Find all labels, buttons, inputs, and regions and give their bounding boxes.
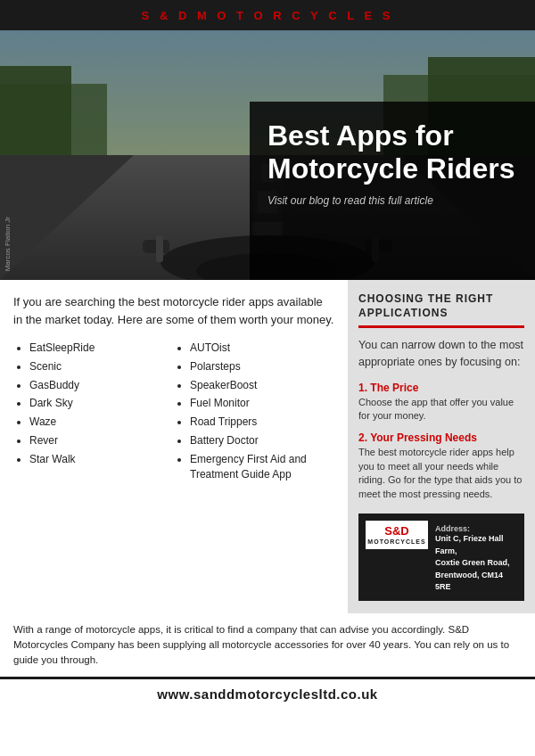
header: S & D M O T O R C Y C L E S [0,0,535,30]
criteria-2-desc: The best motorcycle rider apps help you … [358,446,524,501]
criteria-1: 1. The Price Choose the app that offer y… [358,382,524,423]
list-item: Fuel Monitor [190,396,334,411]
list-item: Dark Sky [29,396,174,411]
criteria-1-title: The Price [370,382,418,394]
list-item: Battery Doctor [190,433,334,448]
intro-paragraph: If you are searching the best motorcycle… [13,293,334,328]
hero-title: Best Apps for Motorcycle Riders [268,119,517,185]
sd-logo-brand-bottom: MOTORCYCLES [367,538,425,546]
bottom-paragraph: With a range of motorcycle apps, it is c… [0,613,535,678]
footer-url[interactable]: www.sanddmotorcyclesltd.co.uk [157,686,377,702]
apps-col-1: EatSleepRide Scenic GasBuddy Dark Sky Wa… [13,341,174,485]
list-item: Star Walk [29,452,174,467]
logo-text: Address: Unit C, Frieze Hall Farm,Coxtie… [435,521,517,594]
criteria-1-label: 1. The Price [358,382,524,394]
sd-logo-brand-top: S&D [384,524,408,538]
criteria-1-number: 1. [358,382,370,394]
hero-subtitle: Visit our blog to read this full article [268,194,517,207]
criteria-2-number: 2. [358,431,370,444]
list-item: Polarsteps [190,359,334,374]
list-item: GasBuddy [29,378,174,393]
logo-box: S&D MOTORCYCLES Address: Unit C, Frieze … [358,514,524,601]
list-item: Rever [29,433,174,448]
criteria-1-desc: Choose the app that offer you value for … [358,396,524,423]
left-column: If you are searching the best motorcycle… [0,280,348,613]
header-title: S & D M O T O R C Y C L E S [142,9,394,22]
list-item: Emergency First Aid and Treatment Guide … [190,452,334,482]
right-panel-intro: You can narrow down to the most appropri… [358,337,524,371]
criteria-2-label: 2. Your Pressing Needs [358,431,524,444]
hero-section: Marcos Flation Jr Best Apps for Motorcyc… [0,30,535,280]
apps-list-1: EatSleepRide Scenic GasBuddy Dark Sky Wa… [13,341,174,467]
criteria-2: 2. Your Pressing Needs The best motorcyc… [358,431,524,501]
criteria-2-title: Your Pressing Needs [370,431,477,444]
address-label: Address: [435,524,517,533]
photo-credit: Marcos Flation Jr [4,217,12,271]
apps-list-2: AUTOist Polarsteps SpeakerBoost Fuel Mon… [174,341,334,481]
address-text: Unit C, Frieze Hall Farm,Coxtie Green Ro… [435,533,517,594]
main-content: If you are searching the best motorcycle… [0,280,535,613]
footer: www.sanddmotorcyclesltd.co.uk [0,677,535,710]
apps-list-section: EatSleepRide Scenic GasBuddy Dark Sky Wa… [13,341,334,485]
list-item: AUTOist [190,341,334,356]
list-item: EatSleepRide [29,341,174,356]
sd-logo: S&D MOTORCYCLES [366,521,428,549]
list-item: SpeakerBoost [190,378,334,393]
list-item: Waze [29,415,174,430]
apps-col-2: AUTOist Polarsteps SpeakerBoost Fuel Mon… [174,341,334,485]
list-item: Road Trippers [190,415,334,430]
list-item: Scenic [29,359,174,374]
right-column: CHOOSING THE RIGHT APPLICATIONS You can … [348,280,535,613]
right-panel-title: CHOOSING THE RIGHT APPLICATIONS [358,292,524,328]
hero-overlay: Best Apps for Motorcycle Riders Visit ou… [250,102,535,280]
